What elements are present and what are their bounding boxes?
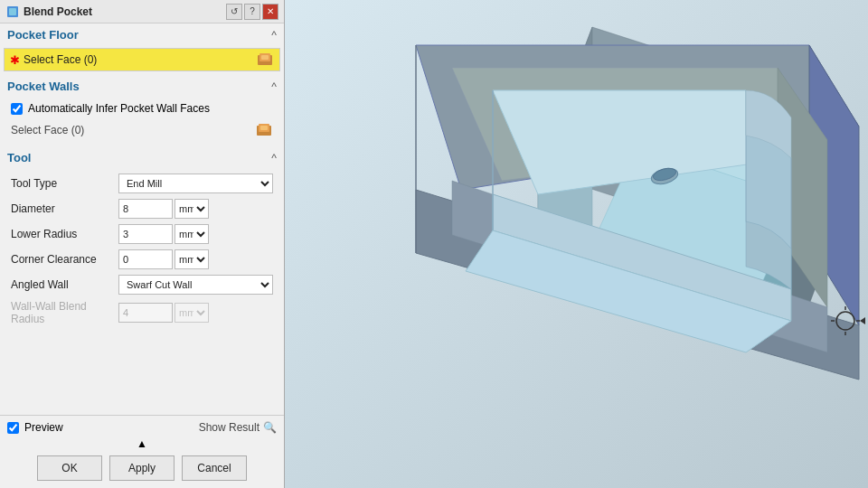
reset-button[interactable]: ↺: [226, 4, 242, 20]
panel-content: Pocket Floor ^ ✱ Select Face (0) Pocket …: [0, 23, 284, 415]
left-panel: Blend Pocket ↺ ? ✕ Pocket Floor ^ ✱ Sele…: [0, 0, 285, 488]
show-result-button[interactable]: Show Result 🔍: [199, 421, 277, 434]
tool-type-group: End Mill: [118, 174, 273, 193]
tool-type-label: Tool Type: [11, 177, 115, 190]
pocket-floor-title: Pocket Floor: [7, 28, 79, 42]
search-icon: 🔍: [263, 421, 277, 434]
up-arrow-icon: ▲: [137, 437, 147, 450]
pocket-walls-chevron: ^: [271, 80, 277, 93]
corner-clearance-unit-select[interactable]: mm: [175, 249, 209, 269]
diameter-label: Diameter: [11, 202, 115, 215]
viewport: [285, 0, 868, 488]
title-bar: Blend Pocket ↺ ? ✕: [0, 0, 284, 23]
pocket-walls-face-icon: [255, 121, 273, 139]
wall-blend-radius-input: [118, 303, 173, 323]
corner-clearance-label: Corner Clearance: [11, 253, 115, 266]
tool-type-select[interactable]: End Mill: [118, 174, 273, 193]
tool-chevron: ^: [271, 152, 277, 164]
svg-rect-4: [261, 55, 269, 60]
preview-label: Preview: [24, 421, 63, 434]
preview-checkbox[interactable]: [7, 422, 19, 434]
bottom-bar: Preview Show Result 🔍 ▲ OK Apply Cancel: [0, 415, 284, 488]
pocket-walls-select-face[interactable]: Select Face (0): [7, 119, 277, 141]
wall-blend-radius-group: mm: [118, 303, 273, 323]
corner-clearance-group: mm: [118, 249, 273, 269]
lower-radius-input[interactable]: [118, 224, 173, 244]
angled-wall-label: Angled Wall: [11, 278, 115, 291]
wall-blend-radius-label: Wall-Wall Blend Radius: [11, 300, 115, 325]
lower-radius-unit-select[interactable]: mm: [175, 224, 209, 244]
diameter-row: Diameter mm: [7, 196, 277, 221]
diameter-input[interactable]: [118, 199, 173, 219]
required-star: ✱: [10, 53, 20, 67]
pocket-walls-header[interactable]: Pocket Walls ^: [0, 75, 284, 98]
svg-rect-7: [260, 126, 268, 130]
face-icon: [256, 51, 274, 69]
preview-row: Preview Show Result 🔍: [7, 419, 277, 436]
pocket-floor-chevron: ^: [271, 29, 277, 42]
tool-type-row: Tool Type End Mill: [7, 171, 277, 196]
cancel-button[interactable]: Cancel: [182, 455, 247, 481]
wall-blend-radius-row: Wall-Wall Blend Radius mm: [7, 297, 277, 328]
corner-clearance-row: Corner Clearance mm: [7, 247, 277, 272]
tool-header[interactable]: Tool ^: [0, 146, 284, 169]
preview-left: Preview: [7, 421, 63, 434]
auto-infer-label: Automatically Infer Pocket Wall Faces: [28, 102, 210, 115]
lower-radius-label: Lower Radius: [11, 228, 115, 240]
pocket-floor-face-text: Select Face (0): [24, 53, 256, 66]
angled-wall-row: Angled Wall Swarf Cut Wall: [7, 272, 277, 297]
title-buttons: ↺ ? ✕: [226, 4, 278, 20]
diameter-group: mm: [118, 199, 273, 219]
pocket-walls-title: Pocket Walls: [7, 80, 80, 93]
corner-clearance-input[interactable]: [118, 249, 173, 269]
pocket-walls-face-text: Select Face (0): [11, 124, 255, 136]
collapse-arrow[interactable]: ▲: [7, 436, 277, 452]
lower-radius-row: Lower Radius mm: [7, 221, 277, 247]
tool-title: Tool: [7, 151, 31, 164]
show-result-label: Show Result: [199, 421, 259, 434]
close-button[interactable]: ✕: [262, 4, 278, 20]
blend-pocket-icon: [5, 5, 20, 19]
svg-rect-1: [9, 8, 16, 15]
pocket-floor-header[interactable]: Pocket Floor ^: [0, 23, 284, 46]
ok-button[interactable]: OK: [37, 455, 102, 481]
angled-wall-select[interactable]: Swarf Cut Wall: [118, 275, 273, 295]
apply-button[interactable]: Apply: [109, 455, 175, 481]
lower-radius-group: mm: [118, 224, 273, 244]
pocket-walls-body: Automatically Infer Pocket Wall Faces Se…: [0, 98, 284, 146]
angled-wall-group: Swarf Cut Wall: [118, 275, 273, 295]
help-button[interactable]: ?: [244, 4, 260, 20]
pocket-floor-select-face[interactable]: ✱ Select Face (0): [4, 48, 280, 71]
tool-body: Tool Type End Mill Diameter mm: [0, 169, 284, 333]
dialog-title: Blend Pocket: [24, 5, 222, 18]
wall-blend-radius-unit-select: mm: [175, 303, 209, 323]
diameter-unit-select[interactable]: mm: [175, 199, 209, 219]
auto-infer-checkbox[interactable]: [11, 103, 23, 115]
3d-view: [285, 0, 868, 488]
auto-infer-row: Automatically Infer Pocket Wall Faces: [7, 99, 277, 117]
button-row: OK Apply Cancel: [7, 452, 277, 484]
